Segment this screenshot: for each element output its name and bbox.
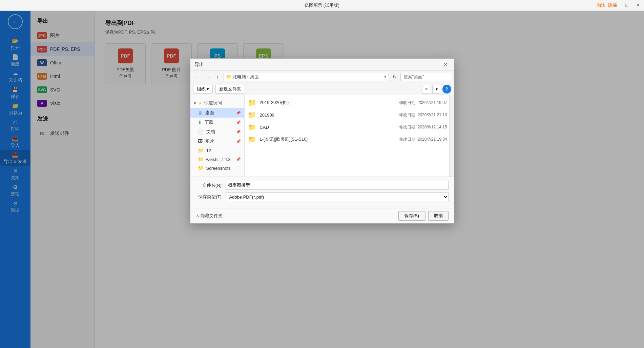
- dialog-title-bar: 导出 ✕: [190, 59, 454, 71]
- folder-cad-icon: 📁: [248, 123, 256, 131]
- sidebar-nav-pictures[interactable]: 🖼 图片 📌: [190, 137, 244, 146]
- filetype-select-wrapper: Adobe PDF(*.pdf): [226, 192, 449, 201]
- up-nav-button[interactable]: ↑: [213, 73, 222, 81]
- filename-field: 文件名(N):: [196, 181, 449, 190]
- sidebar-nav-12-label: 12: [206, 148, 211, 153]
- star-icon: ★: [198, 101, 202, 106]
- search-input[interactable]: [400, 73, 451, 81]
- quick-access-header[interactable]: ▾ ★ 快速访问: [190, 98, 244, 108]
- dialog-actions-row: ∧ 隐藏文件夹 保存(S) 取消: [190, 208, 454, 223]
- taobao-btn[interactable]: 淘汰: [597, 2, 605, 8]
- pin-icon-weishi: 📌: [236, 157, 241, 162]
- sidebar-nav-desktop-label: 桌面: [205, 110, 214, 116]
- new-folder-label: 新建文件夹: [219, 86, 241, 92]
- file-item-cad-name: CAD: [260, 125, 396, 130]
- organize-label: 组织 ▾: [197, 86, 209, 92]
- file-item-homework[interactable]: 📁 2019-2020作业 修改日期: 2020/7/21 19:07: [245, 97, 454, 109]
- file-dialog: 导出 ✕ ← → ↑ 📁 此电脑 › 桌面 ▾ ↻ 组织 ▾ 新建文件夹: [190, 58, 454, 224]
- pin-icon-documents: 📌: [236, 130, 241, 134]
- quick-access-label: 快速访问: [204, 100, 222, 106]
- breadcrumb-bar: 📁 此电脑 › 桌面 ▾: [224, 73, 389, 81]
- download-nav-icon: ⬇: [198, 120, 202, 125]
- folder-201909-icon: 📁: [248, 111, 256, 119]
- folder-screenshots-icon: 📁: [198, 165, 204, 171]
- folder-homework-icon: 📁: [248, 99, 256, 107]
- hide-folders-label: ∧ 隐藏文件夹: [196, 213, 223, 219]
- filetype-select[interactable]: Adobe PDF(*.pdf): [226, 192, 449, 201]
- hide-folders-button[interactable]: ∧ 隐藏文件夹: [196, 213, 223, 219]
- sidebar-nav-documents[interactable]: 📄 文档 📌: [190, 127, 244, 137]
- close-btn[interactable]: ✕: [632, 0, 644, 11]
- dialog-overlay: 导出 ✕ ← → ↑ 📁 此电脑 › 桌面 ▾ ↻ 组织 ▾ 新建文件夹: [0, 11, 644, 348]
- folder-series-icon: 📁: [248, 135, 256, 143]
- dialog-sidebar: ▾ ★ 快速访问 🖥 桌面 📌 ⬇ 下载 📌: [190, 95, 245, 177]
- file-item-201909-date: 修改日期: 2020/2/21 21:13: [399, 112, 447, 118]
- breadcrumb-computer[interactable]: 此电脑: [233, 74, 246, 80]
- view-dropdown-button[interactable]: ▾: [432, 85, 441, 94]
- dialog-toolbar: ← → ↑ 📁 此电脑 › 桌面 ▾ ↻: [190, 71, 454, 83]
- filename-input[interactable]: [226, 181, 449, 190]
- back-nav-button[interactable]: ←: [193, 73, 202, 81]
- forward-nav-button[interactable]: →: [203, 73, 212, 81]
- title-bar: 亿图图示 (试用版) 淘汰 隐藏 ─ □ ✕: [0, 0, 644, 11]
- dialog-toolbar2: 组织 ▾ 新建文件夹 ≡ ▾ ?: [190, 83, 454, 95]
- file-list-scrollbar[interactable]: [449, 95, 454, 177]
- file-item-201909-name: 201909: [260, 112, 396, 118]
- breadcrumb-folder-icon: 📁: [226, 74, 231, 79]
- filename-label: 文件名(N):: [196, 182, 223, 188]
- cancel-button[interactable]: 取消: [428, 211, 449, 221]
- sidebar-nav-desktop[interactable]: 🖥 桌面 📌: [190, 108, 244, 118]
- pin-icon-download: 📌: [236, 120, 241, 125]
- dialog-footer: 文件名(N): 保存类型(T): Adobe PDF(*.pdf): [190, 177, 454, 208]
- organize-button[interactable]: 组织 ▾: [193, 85, 213, 94]
- file-item-homework-date: 修改日期: 2020/7/21 19:07: [399, 100, 447, 106]
- breadcrumb-desktop[interactable]: 桌面: [250, 74, 259, 80]
- pin-icon-desktop: 📌: [236, 111, 241, 115]
- file-item-series[interactable]: 📁 L-[友记][欧美剧][S1-S10] 修改日期: 2020/7/21 19…: [245, 133, 454, 145]
- dialog-body: ▾ ★ 快速访问 🖥 桌面 📌 ⬇ 下载 📌: [190, 95, 454, 177]
- file-item-homework-name: 2019-2020作业: [260, 100, 396, 106]
- dialog-title: 导出: [194, 62, 442, 68]
- breadcrumb-expand-btn[interactable]: ▾: [384, 74, 387, 79]
- quick-access-section: ▾ ★ 快速访问 🖥 桌面 📌 ⬇ 下载 📌: [190, 98, 244, 172]
- pin-icon-pictures: 📌: [236, 139, 241, 144]
- filetype-field: 保存类型(T): Adobe PDF(*.pdf): [196, 192, 449, 201]
- save-button[interactable]: 保存(S): [398, 211, 425, 221]
- document-nav-icon: 📄: [198, 129, 204, 135]
- sidebar-nav-download-label: 下载: [205, 119, 213, 125]
- help-button[interactable]: ?: [442, 85, 451, 94]
- window-controls: ─ □ ✕: [610, 0, 644, 11]
- sidebar-nav-documents-label: 文档: [206, 129, 215, 135]
- app-title: 亿图图示 (试用版): [305, 2, 339, 8]
- sidebar-nav-pictures-label: 图片: [205, 138, 214, 144]
- maximize-btn[interactable]: □: [621, 0, 632, 11]
- desktop-nav-icon: 🖥: [198, 110, 203, 116]
- sidebar-nav-screenshots[interactable]: 📁 Screenshots: [190, 164, 244, 172]
- sidebar-nav-12[interactable]: 📁 12: [190, 146, 244, 155]
- sidebar-nav-weishi-label: weishi_7.4.8: [206, 157, 231, 162]
- file-item-series-date: 修改日期: 2020/7/21 19:04: [399, 137, 447, 142]
- minimize-btn[interactable]: ─: [610, 0, 621, 11]
- folder-weishi-icon: 📁: [198, 157, 204, 162]
- sidebar-nav-screenshots-label: Screenshots: [206, 166, 231, 171]
- dialog-close-button[interactable]: ✕: [442, 61, 450, 69]
- file-item-cad-date: 修改日期: 2020/6/12 14:15: [399, 124, 447, 130]
- file-item-cad[interactable]: 📁 CAD 修改日期: 2020/6/12 14:15: [245, 121, 454, 133]
- sidebar-nav-download[interactable]: ⬇ 下载 📌: [190, 118, 244, 127]
- file-item-series-name: L-[友记][欧美剧][S1-S10]: [260, 136, 396, 142]
- dialog-file-list: 📁 2019-2020作业 修改日期: 2020/7/21 19:07 📁 20…: [245, 95, 454, 177]
- new-folder-button[interactable]: 新建文件夹: [215, 85, 245, 94]
- view-list-button[interactable]: ≡: [422, 85, 431, 94]
- filetype-label: 保存类型(T):: [196, 194, 223, 200]
- chevron-down-icon: ▾: [194, 101, 196, 106]
- file-item-201909[interactable]: 📁 201909 修改日期: 2020/2/21 21:13: [245, 109, 454, 121]
- folder-12-icon: 📁: [198, 148, 204, 153]
- dialog-action-buttons: 保存(S) 取消: [398, 211, 449, 221]
- refresh-button[interactable]: ↻: [390, 73, 399, 81]
- pictures-nav-icon: 🖼: [198, 139, 203, 144]
- sidebar-nav-weishi[interactable]: 📁 weishi_7.4.8 📌: [190, 155, 244, 164]
